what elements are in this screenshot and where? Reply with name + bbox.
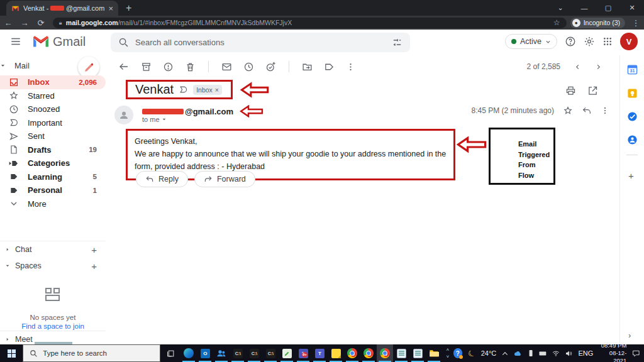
address-bar[interactable]: 🔒︎ mail.google.com /mail/u/1/#inbox/FMfc… [53, 18, 567, 28]
mark-unread-icon[interactable] [221, 62, 232, 72]
gmail-logo[interactable]: Gmail [33, 35, 86, 49]
contacts-icon[interactable] [627, 134, 638, 145]
snooze-icon[interactable] [243, 62, 254, 72]
sidebar-item-starred[interactable]: Starred [0, 89, 106, 103]
browser-tab[interactable]: Venkat - @gmail.com × [6, 1, 118, 16]
tab-close-icon[interactable]: × [108, 4, 113, 13]
temperature[interactable]: 24°C [481, 349, 497, 357]
hamburger-menu-icon[interactable] [10, 36, 21, 50]
apps-grid-icon[interactable] [602, 36, 613, 47]
taskbar-terminal-icon[interactable]: C:\ [246, 344, 262, 362]
tab-search-icon[interactable]: ⌄ [548, 4, 572, 12]
search-bar[interactable]: Search all conversations [111, 33, 410, 52]
search-options-icon[interactable] [392, 37, 402, 48]
sender-email[interactable]: @gmail.com [142, 107, 233, 116]
report-spam-icon[interactable] [163, 62, 174, 72]
back-icon[interactable] [118, 61, 130, 72]
find-space-link[interactable]: Find a space to join [21, 322, 84, 330]
mail-section-header[interactable]: Mail [0, 58, 107, 73]
refresh-icon[interactable]: ⟳ [33, 18, 49, 28]
labels-icon[interactable] [324, 62, 335, 72]
help-app-icon[interactable]: ? [453, 348, 463, 358]
taskbar-teams-icon[interactable]: T [311, 344, 328, 362]
get-addons-icon[interactable]: + [628, 170, 634, 181]
sidebar-item-drafts[interactable]: Drafts19 [0, 143, 106, 157]
keep-icon[interactable] [627, 88, 638, 99]
keyboard-icon[interactable] [539, 350, 547, 357]
volume-icon[interactable] [565, 350, 573, 357]
new-chat-icon[interactable]: + [91, 244, 97, 255]
action-center-icon[interactable] [632, 349, 640, 357]
archive-icon[interactable] [141, 62, 152, 72]
minimize-button[interactable]: — [572, 4, 596, 12]
important-marker-icon[interactable] [179, 85, 188, 94]
taskbar-notepad-icon[interactable] [409, 344, 426, 362]
taskbar-outlook-icon[interactable]: O [197, 344, 213, 362]
clock[interactable]: 08:49 PM 08-12-2021 [599, 342, 626, 362]
compose-button[interactable] [78, 57, 99, 78]
collapse-panel-icon[interactable]: › [628, 331, 631, 340]
taskbar-overflow-arrows[interactable]: ˄˅ [442, 344, 453, 362]
taskbar-terminal-icon[interactable]: C:\ [230, 344, 246, 362]
weather-moon-icon[interactable]: ☾ [466, 348, 477, 359]
add-to-tasks-icon[interactable] [265, 62, 276, 72]
inbox-label-chip[interactable]: Inbox× [193, 85, 222, 95]
start-button[interactable] [0, 344, 23, 362]
star-icon[interactable] [563, 106, 573, 116]
new-tab-button[interactable]: + [126, 3, 131, 16]
settings-gear-icon[interactable] [584, 36, 595, 47]
forward-button[interactable]: Forward [194, 171, 255, 187]
sidebar-item-sent[interactable]: Sent [0, 129, 106, 143]
sidebar-item-important[interactable]: Important [0, 116, 106, 130]
sender-avatar[interactable] [114, 106, 133, 124]
tasks-icon[interactable] [627, 111, 638, 122]
reply-icon[interactable] [582, 106, 592, 116]
new-space-icon[interactable]: + [91, 261, 97, 272]
more-options-icon[interactable] [601, 106, 609, 115]
taskbar-chrome-profile-icon[interactable]: v [360, 344, 377, 362]
browser-menu-icon[interactable]: ⋮ [628, 18, 644, 28]
delete-icon[interactable] [185, 62, 196, 72]
taskbar-teams-icon[interactable]: T9+ [295, 344, 311, 362]
phone-link-icon[interactable] [528, 349, 533, 357]
taskbar-search[interactable]: Type here to search [23, 344, 160, 362]
task-view-button[interactable] [160, 344, 180, 362]
taskbar-notepad-icon[interactable] [393, 344, 409, 362]
sidebar-section-spaces[interactable]: Spaces + [0, 258, 106, 274]
reply-button[interactable]: Reply [136, 171, 188, 187]
sidebar-item-inbox[interactable]: Inbox2,096 [0, 75, 106, 89]
sidebar-item-categories[interactable]: Categories [0, 156, 106, 170]
sidebar-item-snoozed[interactable]: Snoozed [0, 102, 106, 116]
move-to-icon[interactable] [302, 62, 313, 72]
sidebar-item-more[interactable]: More [0, 197, 106, 211]
taskbar-chrome-profile-icon[interactable]: v [344, 344, 360, 362]
calendar-icon[interactable]: 31 [627, 64, 638, 75]
open-in-new-icon[interactable] [587, 85, 598, 96]
language-indicator[interactable]: ENG [578, 349, 593, 357]
taskbar-stickynotes-icon[interactable] [328, 344, 344, 362]
close-button[interactable]: ✕ [620, 4, 644, 12]
older-email-icon[interactable] [595, 63, 602, 70]
recipient-line[interactable]: to me [142, 116, 167, 123]
back-nav-icon[interactable]: ← [0, 18, 16, 28]
maximize-button[interactable]: ▢ [596, 4, 620, 12]
status-selector[interactable]: Active [505, 34, 557, 49]
taskbar-chrome-active-icon[interactable]: v [377, 344, 393, 362]
chip-remove-icon[interactable]: × [215, 86, 219, 94]
user-avatar[interactable]: V [620, 33, 638, 50]
bookmark-star-icon[interactable]: ☆ [553, 18, 560, 27]
sidebar-item-learning[interactable]: Learning5 [0, 170, 106, 184]
sidebar-item-personal[interactable]: Personal1 [0, 184, 106, 197]
taskbar-edge-icon[interactable] [180, 344, 197, 362]
forward-nav-icon[interactable]: → [16, 18, 33, 28]
hidden-icons-chevron[interactable] [502, 351, 508, 356]
taskbar-terminal-icon[interactable]: C:\ [262, 344, 279, 362]
incognito-badge[interactable]: ● Incognito (3) [570, 18, 625, 28]
help-icon[interactable] [565, 36, 576, 47]
print-icon[interactable] [565, 85, 576, 96]
wifi-icon[interactable] [552, 350, 560, 357]
taskbar-folder-icon[interactable] [426, 344, 442, 362]
sidebar-section-chat[interactable]: Chat + [0, 241, 106, 258]
taskbar-editor-icon[interactable] [279, 344, 295, 362]
taskbar-people-icon[interactable] [213, 344, 230, 362]
